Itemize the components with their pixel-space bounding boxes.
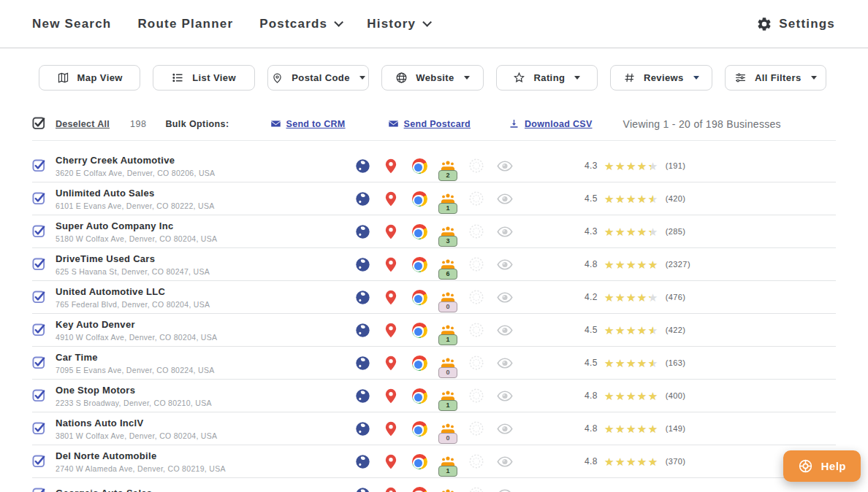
rating-dropdown[interactable]: Rating (496, 65, 598, 91)
view-eye-icon[interactable] (497, 453, 513, 469)
download-csv-link[interactable]: Download CSV (509, 118, 593, 129)
contacts-icon[interactable] (440, 486, 456, 492)
deselect-all-link[interactable]: Deselect All (56, 119, 110, 129)
send-postcard-link[interactable]: Send Postcard (388, 118, 471, 129)
nav-postcards[interactable]: Postcards (259, 17, 340, 31)
website-globe-icon[interactable] (354, 420, 370, 437)
row-checkbox[interactable] (32, 258, 46, 272)
contacts-icon[interactable]: 6 (440, 256, 456, 272)
list-view-button[interactable]: List View (153, 65, 254, 91)
reviews-dropdown[interactable]: Reviews (610, 65, 712, 91)
contacts-icon[interactable]: 1 (440, 453, 456, 469)
badge-seal-icon[interactable] (468, 223, 484, 239)
website-globe-icon[interactable] (354, 223, 370, 239)
google-listing-icon[interactable] (411, 453, 427, 469)
row-checkbox[interactable] (32, 192, 46, 206)
map-view-button[interactable]: Map View (39, 65, 140, 91)
view-eye-icon[interactable] (497, 420, 513, 437)
map-pin-icon[interactable] (383, 420, 399, 437)
row-checkbox[interactable] (32, 356, 46, 370)
badge-seal-icon[interactable] (468, 388, 484, 404)
view-eye-icon[interactable] (497, 486, 513, 492)
website-globe-icon[interactable] (354, 453, 370, 469)
row-checkbox[interactable] (32, 488, 46, 492)
badge-seal-icon[interactable] (468, 256, 484, 272)
map-pin-icon[interactable] (383, 158, 399, 174)
google-listing-icon[interactable] (411, 289, 427, 305)
row-checkbox[interactable] (32, 323, 46, 337)
website-globe-icon[interactable] (354, 486, 370, 492)
website-globe-icon[interactable] (354, 191, 370, 207)
map-pin-icon[interactable] (383, 322, 399, 338)
contacts-icon[interactable]: 0 (440, 420, 456, 437)
google-listing-icon[interactable] (411, 256, 427, 272)
contacts-icon[interactable]: 1 (440, 388, 456, 404)
badge-seal-icon[interactable] (468, 420, 484, 437)
all-filters-dropdown[interactable]: All Filters (725, 65, 826, 91)
view-eye-icon[interactable] (497, 289, 513, 305)
website-globe-icon[interactable] (354, 158, 370, 174)
view-eye-icon[interactable] (497, 355, 513, 371)
google-listing-icon[interactable] (411, 355, 427, 371)
google-listing-icon[interactable] (411, 191, 427, 207)
website-globe-icon[interactable] (354, 388, 370, 404)
map-pin-icon[interactable] (383, 289, 399, 305)
website-globe-icon[interactable] (354, 322, 370, 338)
contacts-icon[interactable]: 1 (440, 191, 456, 207)
rating-value: 4.3 (585, 226, 604, 237)
row-checkbox[interactable] (32, 159, 46, 173)
map-pin-icon[interactable] (383, 256, 399, 272)
badge-seal-icon[interactable] (468, 191, 484, 207)
contacts-icon[interactable]: 1 (440, 322, 456, 338)
contacts-icon[interactable]: 0 (440, 355, 456, 371)
view-eye-icon[interactable] (497, 322, 513, 338)
website-globe-icon[interactable] (354, 289, 370, 305)
badge-seal-icon[interactable] (468, 158, 484, 174)
row-checkbox[interactable] (32, 422, 46, 436)
row-checkbox[interactable] (32, 225, 46, 239)
map-pin-icon[interactable] (383, 223, 399, 239)
badge-seal-icon[interactable] (468, 322, 484, 338)
website-dropdown[interactable]: Website (381, 65, 483, 91)
website-globe-icon[interactable] (354, 355, 370, 371)
map-pin-icon[interactable] (383, 388, 399, 404)
business-name: Key Auto Denver (56, 319, 345, 330)
contacts-icon[interactable]: 3 (440, 223, 456, 239)
map-pin-icon[interactable] (383, 486, 399, 492)
view-eye-icon[interactable] (497, 223, 513, 239)
settings-button[interactable]: Settings (756, 16, 835, 32)
row-checkbox[interactable] (32, 291, 46, 304)
google-listing-icon[interactable] (411, 388, 427, 404)
nav-history[interactable]: History (367, 17, 429, 31)
row-checkbox[interactable] (32, 455, 46, 469)
nav-route-planner[interactable]: Route Planner (137, 17, 233, 31)
google-listing-icon[interactable] (411, 322, 427, 338)
view-eye-icon[interactable] (497, 158, 513, 174)
badge-seal-icon[interactable] (468, 355, 484, 371)
postal-code-dropdown[interactable]: Postal Code (267, 65, 369, 91)
website-globe-icon[interactable] (354, 256, 370, 272)
business-row: Cherry Creek Automotive 3620 E Colfax Av… (32, 150, 836, 182)
select-all-checkbox[interactable] (32, 117, 46, 131)
contacts-icon[interactable]: 2 (440, 158, 456, 174)
google-listing-icon[interactable] (411, 420, 427, 437)
top-navigation: New Search Route Planner Postcards Histo… (0, 0, 868, 48)
send-to-crm-link[interactable]: Send to CRM (270, 118, 346, 129)
map-pin-icon[interactable] (383, 453, 399, 469)
map-pin-icon[interactable] (383, 191, 399, 207)
rating-value: 4.3 (585, 161, 604, 171)
contacts-icon[interactable]: 0 (440, 289, 456, 305)
help-button[interactable]: Help (783, 450, 861, 482)
badge-seal-icon[interactable] (468, 453, 484, 469)
google-listing-icon[interactable] (411, 486, 427, 492)
view-eye-icon[interactable] (497, 256, 513, 272)
view-eye-icon[interactable] (497, 388, 513, 404)
map-pin-icon[interactable] (383, 355, 399, 371)
google-listing-icon[interactable] (411, 158, 427, 174)
view-eye-icon[interactable] (497, 191, 513, 207)
row-checkbox[interactable] (32, 389, 46, 403)
badge-seal-icon[interactable] (468, 486, 484, 492)
badge-seal-icon[interactable] (468, 289, 484, 305)
nav-new-search[interactable]: New Search (32, 17, 111, 31)
google-listing-icon[interactable] (411, 223, 427, 239)
